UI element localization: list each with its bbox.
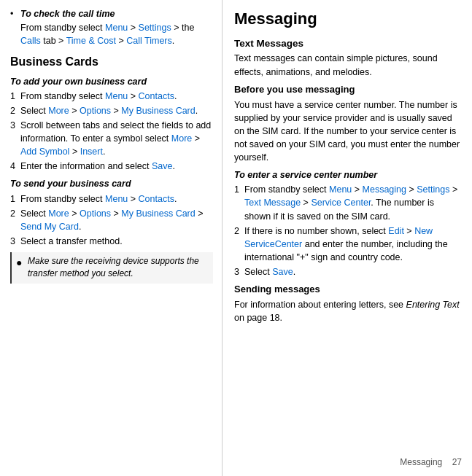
sending-messages-title: Sending messages (234, 283, 462, 297)
top-bullet-item: • To check the call time From standby se… (10, 7, 213, 47)
top-bullet-text: From standby select Menu > Settings > th… (20, 21, 213, 47)
call-timers-link: Call Timers (126, 36, 172, 46)
add-symbol-link: Add Symbol (20, 147, 69, 157)
send-item-2-text: Select More > Options > My Business Card… (20, 207, 213, 233)
options-link-s1: Options (80, 208, 111, 219)
sending-italic: Entering Text (406, 300, 460, 310)
sc-item-3-text: Select Save. (244, 265, 462, 278)
more-link-s1: More (48, 208, 69, 219)
sc-item-2-text: If there is no number shown, select Edit… (244, 225, 462, 264)
footer-page: 27 (452, 456, 462, 469)
send-card-subtitle: To send your business card (10, 177, 213, 190)
menu-link-s1: Menu (105, 194, 128, 204)
note-icon: ● (16, 255, 28, 270)
item-3-text: Scroll between tabs and select the field… (20, 119, 213, 158)
top-bullet-content: To check the call time From standby sele… (20, 7, 213, 47)
sc-item-3: 3 Select Save. (234, 265, 462, 278)
before-title: Before you use messaging (234, 83, 462, 97)
add-card-item-2: 2 Select More > Options > My Business Ca… (10, 104, 213, 117)
top-bullet-italic: To check the call time (20, 7, 213, 20)
note-block: ● Make sure the receiving device support… (10, 252, 213, 284)
more-link-2: More (171, 133, 192, 144)
add-card-item-3: 3 Scroll between tabs and select the fie… (10, 119, 213, 158)
text3: tab > (41, 36, 66, 46)
num-1: 1 (10, 90, 20, 103)
sending-text: For information about entering letters, … (234, 298, 462, 324)
settings-link: Settings (139, 23, 171, 33)
before-text: You must have a service center number. T… (234, 98, 462, 165)
right-column: Messaging Text Messages Text messages ca… (223, 0, 472, 476)
item-1-text: From standby select Menu > Contacts. (20, 90, 213, 103)
sep: > (128, 23, 138, 33)
footer-spacer (442, 456, 452, 469)
service-center-link: Service Center (311, 198, 371, 208)
send-card-item-3: 3 Select a transfer method. (10, 235, 213, 248)
send-my-card-link: Send My Card (20, 222, 79, 232)
messaging-title: Messaging (234, 7, 462, 31)
menu-link-r1: Menu (329, 184, 352, 195)
send-item-1-text: From standby select Menu > Contacts. (20, 192, 213, 206)
left-column: • To check the call time From standby se… (0, 0, 223, 476)
new-service-center-link: New ServiceCenter (244, 226, 433, 249)
sc-num-3: 3 (234, 265, 244, 278)
note-text: Make sure the receiving device supports … (28, 255, 209, 281)
num-3: 3 (10, 119, 20, 158)
my-biz-link-s1: My Business Card (121, 208, 195, 219)
add-card-item-4: 4 Enter the information and select Save. (10, 160, 213, 173)
service-center-subtitle: To enter a service center number (234, 168, 462, 182)
item-4-text: Enter the information and select Save. (20, 160, 213, 173)
my-biz-link-1: My Business Card (121, 106, 195, 116)
save-link-1: Save (152, 161, 173, 171)
add-card-item-1: 1 From standby select Menu > Contacts. (10, 90, 213, 103)
text-before: From standby select (20, 23, 105, 33)
messaging-link-r1: Messaging (363, 184, 406, 195)
calls-link: Calls (20, 36, 41, 46)
edit-link: Edit (388, 226, 404, 236)
menu-link-1: Menu (105, 91, 128, 101)
options-link-1: Options (80, 106, 111, 116)
text5: . (172, 36, 174, 46)
text4: > (116, 36, 126, 46)
add-card-subtitle: To add your own business card (10, 75, 213, 88)
text-message-link: Text Message (244, 198, 301, 208)
insert-link: Insert (80, 147, 103, 157)
num-4: 4 (10, 160, 20, 173)
business-cards-title: Business Cards (10, 53, 213, 70)
send-card-item-1: 1 From standby select Menu > Contacts. (10, 192, 213, 206)
send-num-1: 1 (10, 192, 20, 206)
send-card-item-2: 2 Select More > Options > My Business Ca… (10, 207, 213, 233)
sc-item-1: 1 From standby select Menu > Messaging >… (234, 183, 462, 222)
send-num-2: 2 (10, 207, 20, 233)
time-cost-link: Time & Cost (66, 36, 116, 46)
contacts-link-1: Contacts (139, 91, 174, 101)
sc-item-1-text: From standby select Menu > Messaging > S… (244, 183, 462, 222)
footer: Messaging 27 (400, 456, 462, 469)
bullet-dot: • (10, 7, 20, 20)
menu-link: Menu (105, 23, 128, 33)
page-container: • To check the call time From standby se… (0, 0, 472, 476)
send-item-3-text: Select a transfer method. (20, 235, 213, 248)
item-2-text: Select More > Options > My Business Card… (20, 104, 213, 117)
sc-num-1: 1 (234, 183, 244, 222)
text2: > the (171, 23, 195, 33)
text-messages-title: Text Messages (234, 36, 462, 51)
contacts-link-s1: Contacts (139, 194, 174, 204)
text-messages-intro: Text messages can contain simple picture… (234, 52, 462, 78)
more-link-1: More (48, 106, 69, 116)
sc-num-2: 2 (234, 225, 244, 264)
sc-item-2: 2 If there is no number shown, select Ed… (234, 225, 462, 264)
sending-text-before: For information about entering letters, … (234, 300, 406, 310)
settings-link-r1: Settings (417, 184, 449, 195)
save-link-r1: Save (272, 267, 293, 277)
footer-label: Messaging (400, 456, 442, 469)
sending-text-after: on page 18. (234, 313, 282, 323)
send-num-3: 3 (10, 235, 20, 248)
num-2: 2 (10, 104, 20, 117)
